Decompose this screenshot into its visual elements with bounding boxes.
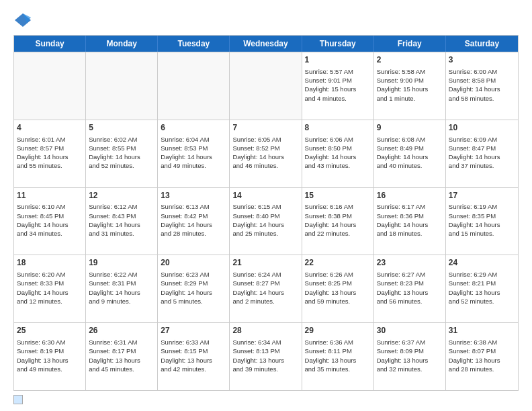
calendar-cell [230,52,302,120]
calendar-cell: 10Sunrise: 6:09 AMSunset: 8:47 PMDayligh… [446,120,518,187]
calendar-cell: 24Sunrise: 6:29 AMSunset: 8:21 PMDayligh… [446,255,518,322]
day-number: 14 [232,190,298,201]
header-saturday: Saturday [446,36,518,52]
day-info-line: Sunset: 8:57 PM [17,144,83,152]
calendar-cell: 13Sunrise: 6:13 AMSunset: 8:42 PMDayligh… [158,188,230,255]
day-info-line: Sunrise: 5:57 AM [305,67,371,76]
day-info-line: Daylight: 13 hours [89,356,154,365]
day-info-line: and 45 minutes. [89,365,154,373]
day-info-line: Sunrise: 5:58 AM [377,67,443,76]
day-info-line: and 28 minutes. [449,365,515,373]
day-info-line: and 5 minutes. [161,297,226,306]
calendar-cell: 26Sunrise: 6:31 AMSunset: 8:17 PMDayligh… [86,323,158,390]
calendar-cell: 29Sunrise: 6:36 AMSunset: 8:11 PMDayligh… [302,323,374,390]
day-info-line: Sunrise: 6:17 AM [377,202,443,211]
day-number: 28 [232,325,298,336]
calendar-cell [86,52,158,120]
day-info-line: Sunrise: 6:15 AM [232,202,298,211]
day-number: 24 [449,257,515,269]
day-info-line: Sunset: 8:11 PM [305,347,371,355]
day-info-line: Sunset: 8:07 PM [449,347,515,355]
day-info-line: Daylight: 14 hours [232,152,298,161]
day-info-line: Sunrise: 6:00 AM [449,67,515,76]
day-info-line: Sunset: 8:42 PM [161,212,226,220]
day-info-line: Sunset: 8:40 PM [232,212,298,220]
day-info-line: and 9 minutes. [89,297,154,306]
day-info-line: and 56 minutes. [377,297,443,306]
day-info-line: Sunrise: 6:01 AM [17,135,83,144]
calendar-cell: 4Sunrise: 6:01 AMSunset: 8:57 PMDaylight… [14,120,86,187]
day-info-line: Sunrise: 6:10 AM [17,202,83,211]
day-info-line: and 1 minute. [377,94,443,103]
header-monday: Monday [86,36,158,52]
day-number: 25 [17,325,83,336]
day-info-line: Sunrise: 6:29 AM [449,270,515,279]
logo [13,11,35,30]
day-info-line: and 35 minutes. [305,365,371,373]
logo-icon [13,11,32,30]
day-number: 23 [377,257,443,269]
day-number: 20 [161,257,226,269]
day-info-line: Daylight: 13 hours [449,356,515,365]
calendar-cell: 30Sunrise: 6:37 AMSunset: 8:09 PMDayligh… [374,323,446,390]
day-info-line: Sunrise: 6:09 AM [449,135,515,144]
calendar-cell: 31Sunrise: 6:38 AMSunset: 8:07 PMDayligh… [446,323,518,390]
calendar-cell [158,52,230,120]
day-number: 17 [449,190,515,201]
page: SundayMondayTuesdayWednesdayThursdayFrid… [0,0,532,411]
day-number: 4 [17,122,83,134]
calendar-cell: 6Sunrise: 6:04 AMSunset: 8:53 PMDaylight… [158,120,230,187]
day-number: 29 [305,325,371,336]
day-info-line: Sunset: 8:50 PM [305,144,371,152]
header-wednesday: Wednesday [230,36,302,52]
day-info-line: Sunset: 9:00 PM [377,76,443,85]
calendar-header-row: SundayMondayTuesdayWednesdayThursdayFrid… [14,36,518,52]
day-info-line: Sunset: 8:53 PM [161,144,226,152]
day-info-line: Daylight: 13 hours [305,356,371,365]
day-info-line: and 49 minutes. [161,161,226,170]
day-info-line: Sunset: 8:31 PM [89,279,154,287]
day-info-line: and 46 minutes. [232,161,298,170]
calendar-week-2: 4Sunrise: 6:01 AMSunset: 8:57 PMDaylight… [14,120,518,187]
day-info-line: and 52 minutes. [449,297,515,306]
day-info-line: Daylight: 14 hours [89,288,154,297]
day-info-line: Sunset: 8:09 PM [377,347,443,355]
day-info-line: Daylight: 15 hours [377,85,443,93]
day-info-line: and 59 minutes. [305,297,371,306]
day-info-line: Sunset: 8:35 PM [449,212,515,220]
day-number: 8 [305,122,371,134]
day-info-line: Sunrise: 6:16 AM [305,202,371,211]
day-number: 15 [305,190,371,201]
calendar-cell: 21Sunrise: 6:24 AMSunset: 8:27 PMDayligh… [230,255,302,322]
day-number: 26 [89,325,154,336]
day-info-line: Sunset: 8:21 PM [449,279,515,287]
day-info-line: Daylight: 14 hours [232,288,298,297]
day-number: 22 [305,257,371,269]
day-info-line: Sunset: 8:15 PM [161,347,226,355]
header-tuesday: Tuesday [158,36,230,52]
day-number: 19 [89,257,154,269]
day-number: 6 [161,122,226,134]
calendar-cell: 7Sunrise: 6:05 AMSunset: 8:52 PMDaylight… [230,120,302,187]
day-info-line: and 12 minutes. [17,297,83,306]
day-number: 10 [449,122,515,134]
calendar-cell: 18Sunrise: 6:20 AMSunset: 8:33 PMDayligh… [14,255,86,322]
day-number: 27 [161,325,226,336]
calendar-cell: 23Sunrise: 6:27 AMSunset: 8:23 PMDayligh… [374,255,446,322]
day-info-line: and 39 minutes. [232,365,298,373]
day-info-line: Daylight: 14 hours [17,288,83,297]
day-info-line: and 40 minutes. [377,161,443,170]
day-info-line: Daylight: 14 hours [449,220,515,229]
header-thursday: Thursday [302,36,374,52]
day-info-line: Sunrise: 6:12 AM [89,202,154,211]
day-info-line: Sunrise: 6:33 AM [161,338,226,347]
day-info-line: and 22 minutes. [305,229,371,238]
day-info-line: Sunset: 8:23 PM [377,279,443,287]
day-info-line: and 15 minutes. [449,229,515,238]
day-info-line: Sunset: 8:13 PM [232,347,298,355]
calendar-cell: 15Sunrise: 6:16 AMSunset: 8:38 PMDayligh… [302,188,374,255]
header-friday: Friday [374,36,446,52]
day-info-line: Sunset: 8:29 PM [161,279,226,287]
day-info-line: and 25 minutes. [232,229,298,238]
day-info-line: and 42 minutes. [161,365,226,373]
